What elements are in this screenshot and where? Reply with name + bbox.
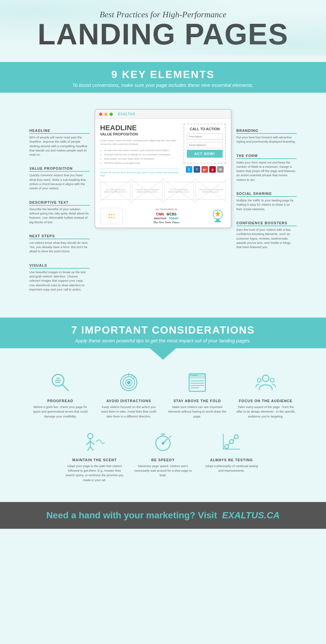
svg-point-24 <box>257 378 261 382</box>
browser-headline: HEADLINE <box>100 124 179 132</box>
header: Best Practices for High-Performance LAND… <box>0 0 326 55</box>
svg-point-25 <box>270 378 274 382</box>
label-value-prop-title: VALUE PROPOSITION <box>29 166 90 172</box>
dot-green <box>110 113 113 116</box>
label-next-steps-title: NEXT STEPS <box>29 234 90 239</box>
bullet-list: Ut wisi enim ad minim veniam, quis nostr… <box>100 149 179 165</box>
google-icon[interactable]: g+ <box>201 166 208 173</box>
bullet-4: Vel illum dolore eu feugiat nulla. <box>100 161 179 165</box>
featured-center: AS FEATURED IN CNN ⦿CBS NewYork TODAY Th… <box>126 208 206 224</box>
test-box-3: Ut oris consequatadipiscing duis purus. <box>164 182 194 200</box>
tip-testing-title: ALWAYS BE TESTING <box>202 458 261 462</box>
pinterest-icon[interactable]: p <box>209 166 216 173</box>
label-headline-title: HEADLINE <box>29 129 90 134</box>
right-labels: BRANDING Put your best foot forward with… <box>231 109 297 259</box>
tip-stay-fold: STAY ABOVE THE FOLD Make sure visitors c… <box>168 369 227 419</box>
label-value-prop-text: Quickly convince visitors that you have … <box>29 173 90 190</box>
svg-point-38 <box>225 445 229 448</box>
media-row-2: NewYork TODAY <box>126 217 206 220</box>
svg-line-5 <box>62 385 68 391</box>
browser-logo: EXALTUS <box>118 112 135 116</box>
browser-lorem: Lorem ipsum dolor sit amet, consectetuer… <box>100 139 179 146</box>
svg-line-31 <box>90 447 93 450</box>
svg-point-36 <box>162 442 164 444</box>
label-visuals-title: VISUALS <box>29 263 90 269</box>
tips-row-2: MAINTAIN THE SCENT Adapt your page to th… <box>13 429 313 482</box>
cta-box: CALL TO ACTION ACT NOW! <box>184 124 226 164</box>
label-descriptive: DESCRIPTIVE TEXT Describe the benefits o… <box>29 200 90 224</box>
social-icons: t f g+ p ✉ <box>184 166 226 173</box>
label-value-prop: VALUE PROPOSITION Quickly convince visit… <box>29 166 90 190</box>
test-label-2: Laoreet duis consequatadipiscing elit pu… <box>135 188 159 193</box>
bullet-2: Suscipit lobortis nisl ut aliquip ex ea … <box>100 153 179 157</box>
media-today: TODAY <box>169 217 179 220</box>
browser-testimonials: Op duis consequatadipiscing elit ut puru… <box>95 182 231 208</box>
browser-mockup: EXALTUS HEADLINE VALUE PROPOSITION Lorem… <box>95 109 231 228</box>
review-stars: ★★★ ★★★ <box>100 208 123 224</box>
cta-title: CALL TO ACTION <box>187 127 223 131</box>
tip-testing-text: Adopt a philosophy of continual testing … <box>202 464 261 473</box>
svg-point-12 <box>127 381 130 384</box>
svg-line-30 <box>88 447 90 450</box>
twitter-icon[interactable]: t <box>186 166 192 173</box>
label-form-title: THE FORM <box>236 154 297 159</box>
label-confidence-text: Earn the trust of your visitors with a f… <box>236 228 297 249</box>
media-cnn: CNN <box>156 212 164 216</box>
proofread-icon <box>47 369 73 396</box>
dot-yellow <box>104 113 108 116</box>
featured-in-label: AS FEATURED IN <box>126 208 206 211</box>
label-next-steps: NEXT STEPS Let visitors know what they s… <box>29 234 90 254</box>
label-descriptive-title: DESCRIPTIVE TEXT <box>29 200 90 206</box>
act-now-button[interactable]: ACT NOW! <box>187 150 223 158</box>
tip-focus-audience: FOCUS ON THE AUDIENCE Tailor every aspec… <box>236 369 295 419</box>
label-branding: BRANDING Put your best foot forward with… <box>236 129 297 144</box>
label-branding-text: Put your best foot forward with attracti… <box>236 135 297 144</box>
browser-right: CALL TO ACTION ACT NOW! t f g+ p ✉ <box>184 124 226 177</box>
award-box <box>210 208 226 224</box>
browser-note: Please fill out the form and we'll get b… <box>100 169 179 177</box>
tips-row-1: PROOFREAD Before it goes live, check you… <box>13 369 313 419</box>
award-icon <box>210 208 226 224</box>
test-label-4: Duis laoreet consequatadipiscing purus. <box>199 188 223 193</box>
label-confidence: CONFIDENCE BOOSTERS Earn the trust of yo… <box>236 221 297 249</box>
featured-row: ★★★ ★★★ AS FEATURED IN CNN ⦿CBS NewYork … <box>95 208 231 228</box>
svg-point-23 <box>262 375 269 382</box>
tip-proofread: PROOFREAD Before it goes live, check you… <box>31 369 90 419</box>
tip-proofread-title: PROOFREAD <box>31 399 90 403</box>
header-title: LANDING PAGES <box>7 20 319 49</box>
email-icon[interactable]: ✉ <box>217 166 224 173</box>
considerations-banner: 7 IMPORTANT CONSIDERATIONS Apply these s… <box>0 318 326 348</box>
key-elements-banner: 9 KEY ELEMENTS To boost conversions, mak… <box>0 62 326 93</box>
tip-speedy-title: BE SPEEDY <box>134 458 192 462</box>
svg-point-39 <box>230 440 233 444</box>
svg-line-41 <box>229 443 230 446</box>
test-label-3: Ut oris consequatadipiscing duis purus. <box>168 188 190 193</box>
footer-message: Need a hand with your marketing? Visit <box>46 510 217 520</box>
test-box-1: Op duis consequatadipiscing elit ut puru… <box>100 182 130 200</box>
svg-point-40 <box>234 435 238 439</box>
key-elements-section: HEADLINE 80% of people will never read p… <box>0 99 326 311</box>
label-branding-title: BRANDING <box>236 129 297 134</box>
svg-rect-2 <box>216 219 219 221</box>
stars-row2: ★★★ <box>108 216 115 219</box>
browser-container: HEADLINE 80% of people will never read p… <box>7 106 319 305</box>
facebook-icon[interactable]: f <box>194 166 200 173</box>
svg-line-42 <box>233 438 234 441</box>
bullet-1: Ut wisi enim ad minim veniam, quis nostr… <box>100 149 179 153</box>
label-form: THE FORM Make your form stand out and ke… <box>236 154 297 182</box>
label-next-steps-text: Let visitors know what they should do ne… <box>29 241 90 254</box>
media-newyork: NewYork <box>154 217 166 220</box>
tip-scent-title: MAINTAIN THE SCENT <box>65 458 124 462</box>
email-input[interactable] <box>187 142 223 148</box>
focus-audience-icon <box>253 369 279 396</box>
label-headline: HEADLINE 80% of people will never read p… <box>29 129 90 157</box>
footer-brand[interactable]: EXALTUS.CA <box>222 510 280 520</box>
tip-fold-text: Make sure visitors can see important ele… <box>168 405 227 419</box>
svg-line-28 <box>86 441 90 445</box>
first-name-input[interactable] <box>187 134 223 140</box>
media-nyt: The New York Times <box>153 221 180 224</box>
key-elements-subtitle: To boost conversions, make sure your pag… <box>13 82 313 88</box>
svg-line-37 <box>170 436 171 437</box>
tip-be-speedy: BE SPEEDY Maximize page speed. Visitors … <box>134 429 192 482</box>
media-row-1: CNN ⦿CBS <box>126 212 206 216</box>
